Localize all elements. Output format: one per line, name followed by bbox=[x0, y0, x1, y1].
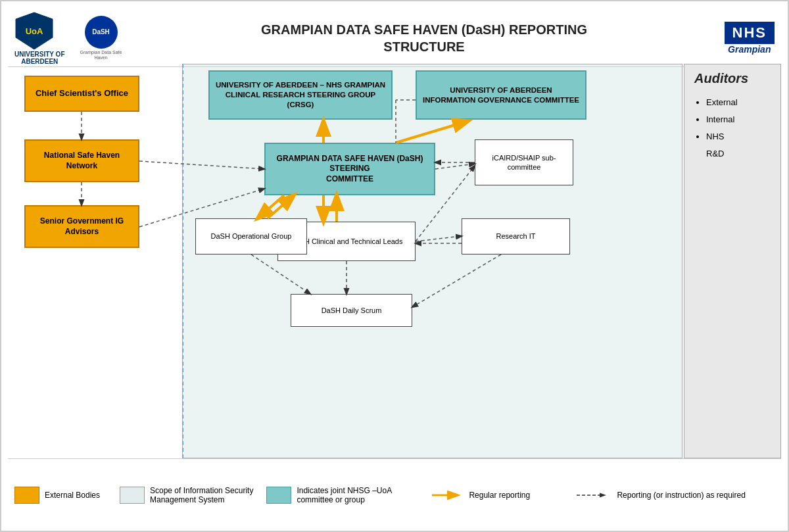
auditors-list: External Internal NHSR&D bbox=[694, 94, 771, 162]
cso-label: Chief Scientist's Office bbox=[36, 88, 128, 99]
icaird-box: iCAIRD/SHAIP sub-committee bbox=[475, 139, 573, 185]
operational-label: DaSH Operational Group bbox=[211, 231, 292, 241]
svg-text:UoA: UoA bbox=[26, 26, 43, 36]
operational-box: DaSH Operational Group bbox=[195, 218, 307, 254]
legend-dashed-arrow-icon bbox=[575, 489, 611, 502]
dash-logo: DaSH Grampian Data Safe Haven bbox=[78, 16, 124, 60]
clinical-label: DaSH Clinical and Technical Leads bbox=[290, 237, 402, 246]
nhs-logo: NHS Grampian bbox=[725, 22, 775, 55]
legend-scope-icon bbox=[120, 487, 145, 504]
legend-joint-label: Indicates joint NHSG –UoA committee or g… bbox=[297, 486, 392, 504]
nhs-grampian: Grampian bbox=[728, 44, 771, 55]
auditors-panel: Auditors External Internal NHSR&D bbox=[684, 64, 781, 458]
gov-label: Senior Government IG Advisors bbox=[40, 216, 124, 237]
steering-label: GRAMPIAN DATA SAFE HAVEN (DaSH) STEERING… bbox=[277, 154, 423, 185]
researchit-label: Research IT bbox=[496, 231, 536, 241]
scrum-label: DaSH Daily Scrum bbox=[322, 306, 382, 315]
nhs-box: NHS bbox=[725, 22, 775, 44]
crsg-box: UNIVERSITY OF ABERDEEN – NHS GRAMPIAN CL… bbox=[208, 70, 393, 120]
crsg-label: UNIVERSITY OF ABERDEEN – NHS GRAMPIAN CL… bbox=[214, 80, 387, 110]
legend-scope: Scope of Information Security Management… bbox=[120, 486, 253, 504]
nhs-sub: Grampian bbox=[728, 44, 771, 55]
auditors-title: Auditors bbox=[694, 71, 771, 86]
gov-box: Senior Government IG Advisors bbox=[24, 205, 139, 248]
page: UoA UNIVERSITY OF ABERDEEN DaSH Grampian… bbox=[0, 0, 789, 532]
legend-orange-icon bbox=[14, 487, 39, 504]
legend-teal-icon bbox=[266, 487, 291, 504]
legend-external: External Bodies bbox=[14, 487, 107, 504]
uoa-shield-icon: UoA bbox=[14, 11, 54, 51]
dash-label: DaSH bbox=[92, 28, 110, 36]
auditor-item-nhs: NHSR&D bbox=[706, 128, 771, 162]
legend-instruction: Reporting (or instruction) as required bbox=[575, 489, 745, 502]
dash-circle: DaSH bbox=[85, 16, 118, 49]
auditor-item-external: External bbox=[706, 94, 771, 111]
uoa-logo: UoA UNIVERSITY OF ABERDEEN bbox=[14, 11, 65, 65]
legend-joint: Indicates joint NHSG –UoA committee or g… bbox=[266, 486, 418, 504]
steering-box: GRAMPIAN DATA SAFE HAVEN (DaSH) STEERING… bbox=[264, 143, 435, 195]
nsh-label: National Safe Haven Network bbox=[44, 151, 120, 171]
logos-left: UoA UNIVERSITY OF ABERDEEN DaSH Grampian… bbox=[14, 11, 124, 65]
uoaig-box: UNIVERSITY OF ABERDEEN INFORMATION GOVER… bbox=[416, 70, 586, 120]
uoaig-label: UNIVERSITY OF ABERDEEN INFORMATION GOVER… bbox=[423, 85, 579, 105]
legend-scope-label: Scope of Information Security Management… bbox=[150, 486, 253, 504]
cso-box: Chief Scientist's Office bbox=[24, 76, 139, 112]
researchit-box: Research IT bbox=[462, 218, 570, 254]
legend-regular-arrow-icon bbox=[431, 489, 464, 502]
main-title: GRAMPIAN DATA SAFE HAVEN (DaSH) REPORTIN… bbox=[124, 21, 725, 55]
header-title: GRAMPIAN DATA SAFE HAVEN (DaSH) REPORTIN… bbox=[124, 21, 725, 55]
legend: External Bodies Scope of Information Sec… bbox=[8, 458, 781, 531]
icaird-label: iCAIRD/SHAIP sub-committee bbox=[479, 153, 569, 172]
title-line1: GRAMPIAN DATA SAFE HAVEN (DaSH) REPORTIN… bbox=[261, 22, 587, 37]
scrum-box: DaSH Daily Scrum bbox=[291, 294, 412, 327]
nsh-box: National Safe Haven Network bbox=[24, 139, 139, 182]
uoa-text: UNIVERSITY OF bbox=[14, 51, 65, 58]
legend-external-label: External Bodies bbox=[45, 491, 100, 500]
auditor-item-internal: Internal bbox=[706, 111, 771, 128]
scope-area bbox=[182, 64, 682, 458]
header: UoA UNIVERSITY OF ABERDEEN DaSH Grampian… bbox=[8, 8, 781, 67]
nhs-label: NHS bbox=[732, 24, 767, 41]
legend-regular: Regular reporting bbox=[431, 489, 562, 502]
title-line2: STRUCTURE bbox=[383, 39, 464, 54]
dash-subtext: Grampian Data Safe Haven bbox=[78, 50, 124, 60]
legend-instruction-label: Reporting (or instruction) as required bbox=[617, 491, 745, 500]
diagram-area: UNIVERSITY OF ABERDEEN – NHS GRAMPIAN CL… bbox=[8, 64, 781, 458]
legend-regular-label: Regular reporting bbox=[469, 491, 530, 500]
